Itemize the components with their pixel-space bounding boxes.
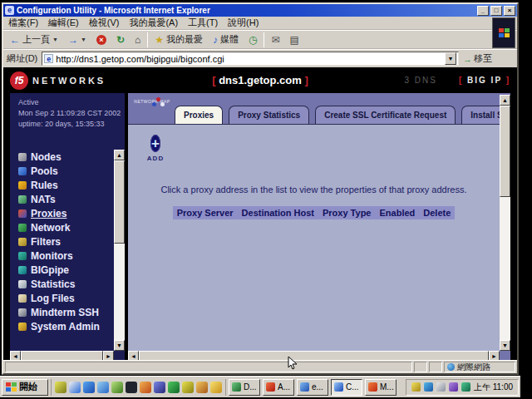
scrollbar-thumb[interactable] (500, 106, 510, 197)
address-dropdown-icon[interactable]: ▼ (445, 52, 456, 65)
windows-logo-icon (499, 28, 510, 37)
tab-proxy-statistics[interactable]: Proxy Statistics (229, 106, 309, 124)
column-proxy-server[interactable]: Proxy Server (173, 206, 238, 219)
toolbar-separator (264, 32, 264, 47)
quicklaunch-icon[interactable] (111, 382, 123, 393)
status-active: Active (18, 97, 125, 108)
taskbar-clock[interactable]: 上午 11:00 (474, 382, 513, 393)
sidebar-item-nats[interactable]: NATs (18, 192, 113, 206)
sidebar-item-proxies[interactable]: Proxies (18, 206, 113, 220)
history-button[interactable]: ◷ (245, 34, 260, 46)
sidebar-item-mindterm-ssh[interactable]: Mindterm SSH (18, 305, 113, 319)
start-label: 開始 (19, 381, 37, 393)
refresh-icon: ↻ (116, 35, 125, 45)
menu-file[interactable]: 檔案(F) (8, 17, 38, 29)
forward-dropdown-icon[interactable]: ▼ (81, 37, 86, 42)
home-button[interactable]: ⌂ (131, 34, 144, 46)
status-bar: 網際網路 (3, 360, 517, 373)
go-button[interactable]: → 移至 (463, 52, 514, 65)
print-button[interactable]: ▤ (287, 34, 303, 46)
menu-edit[interactable]: 編輯(E) (48, 17, 79, 29)
minimize-button[interactable]: _ (477, 6, 489, 16)
menu-tools[interactable]: 工具(T) (188, 17, 218, 29)
refresh-button[interactable]: ↻ (113, 34, 128, 46)
volume-icon[interactable] (411, 382, 421, 392)
menu-help[interactable]: 說明(H) (228, 17, 259, 29)
tab-proxies[interactable]: Proxies (175, 106, 223, 124)
sidebar-item-network[interactable]: Network (18, 220, 113, 234)
add-proxy-button[interactable]: + ADD (143, 134, 168, 162)
sidebar-item-bigpipe[interactable]: BIGpipe (18, 263, 113, 277)
maximize-button[interactable]: □ (490, 6, 502, 16)
display-tray-icon[interactable] (436, 382, 446, 392)
quicklaunch-icon[interactable] (196, 382, 208, 393)
quicklaunch-icon[interactable] (55, 382, 66, 393)
column-destination-host[interactable]: Destination Host (238, 206, 318, 219)
proxy-table-header-row: Proxy Server Destination Host Proxy Type… (128, 206, 500, 219)
favorites-button[interactable]: ★ 我的最愛 (151, 32, 206, 47)
scrollbar-thumb[interactable] (114, 160, 125, 244)
forward-button[interactable]: → ▼ (65, 34, 90, 46)
tab-create-ssl-certificate-request[interactable]: Create SSL Certificate Request (315, 106, 456, 124)
sidebar-item-nodes[interactable]: Nodes (18, 150, 113, 164)
status-pane (429, 362, 442, 372)
antivirus-tray-icon[interactable] (461, 382, 470, 392)
quicklaunch-icon[interactable] (154, 382, 165, 393)
ime-tray-icon[interactable] (449, 382, 458, 392)
start-button[interactable]: 開始 (2, 379, 48, 396)
sidebar-item-rules[interactable]: Rules (18, 178, 113, 192)
sidebar-item-monitors[interactable]: Monitors (18, 249, 113, 263)
title-bar[interactable]: e Configuration Utility - Microsoft Inte… (3, 4, 517, 17)
media-label: 媒體 (220, 33, 239, 46)
ie-window-icon: e (5, 6, 14, 15)
proxies-icon (18, 209, 27, 218)
column-enabled[interactable]: Enabled (375, 206, 419, 219)
scroll-down-icon[interactable]: ▼ (114, 340, 125, 351)
mail-button[interactable]: ✉ (268, 34, 283, 46)
network-tray-icon[interactable] (424, 382, 433, 392)
menu-view[interactable]: 檢視(V) (89, 17, 120, 29)
quicklaunch-icon[interactable] (97, 382, 109, 393)
taskbar-window-button[interactable]: D... (229, 379, 260, 396)
menu-favorites[interactable]: 我的最愛(A) (129, 17, 178, 29)
scroll-down-icon[interactable]: ▼ (500, 340, 510, 351)
address-input-box[interactable]: e ▼ (42, 52, 459, 66)
sidebar-item-system-admin[interactable]: System Admin (18, 319, 113, 333)
windows-start-icon (6, 382, 17, 392)
quicklaunch-icon[interactable] (83, 382, 95, 393)
add-button-label: ADD (143, 155, 168, 162)
taskbar-window-button[interactable]: e... (297, 379, 328, 396)
quicklaunch-icon[interactable] (140, 382, 151, 393)
tab-install-ssl-certificate[interactable]: Install SSL Certifi (461, 106, 500, 124)
nodes-icon (18, 153, 27, 161)
favorites-label: 我的最愛 (166, 33, 203, 46)
sidebar-item-log-files[interactable]: Log Files (18, 291, 113, 305)
address-input[interactable] (56, 54, 445, 64)
quicklaunch-icon[interactable] (126, 382, 137, 393)
app-icon (266, 382, 275, 392)
media-button[interactable]: ♪ 媒體 (209, 32, 242, 47)
taskbar-window-button-active[interactable]: C... (331, 379, 362, 396)
tab-band: NETWORK MAP Proxies Proxy Statistics Cre… (128, 93, 500, 125)
scroll-up-icon[interactable]: ▲ (500, 95, 510, 106)
quicklaunch-icon[interactable] (168, 382, 180, 393)
taskbar-window-button[interactable]: A... (263, 379, 294, 396)
taskbar-window-button[interactable]: M... (365, 379, 397, 396)
back-button[interactable]: ← 上一頁 ▼ (7, 32, 62, 47)
quicklaunch-icon[interactable] (210, 382, 222, 393)
main-vertical-scrollbar[interactable]: ▲ ▼ (500, 95, 510, 351)
sidebar-item-statistics[interactable]: Statistics (18, 277, 113, 291)
column-proxy-type[interactable]: Proxy Type (318, 206, 376, 219)
print-icon: ▤ (290, 35, 299, 45)
scroll-up-icon[interactable]: ▲ (114, 150, 125, 160)
close-button[interactable]: × (504, 6, 515, 16)
sidebar-vertical-scrollbar[interactable]: ▲ ▼ (114, 150, 125, 351)
quicklaunch-icon[interactable] (182, 382, 194, 393)
stop-button[interactable]: × (93, 34, 110, 46)
network-map-button[interactable]: NETWORK MAP (133, 97, 171, 104)
back-dropdown-icon[interactable]: ▼ (52, 37, 58, 42)
sidebar-item-filters[interactable]: Filters (18, 234, 113, 249)
sidebar-item-pools[interactable]: Pools (18, 164, 113, 178)
quicklaunch-icon[interactable] (69, 382, 81, 393)
column-delete[interactable]: Delete (419, 206, 455, 219)
